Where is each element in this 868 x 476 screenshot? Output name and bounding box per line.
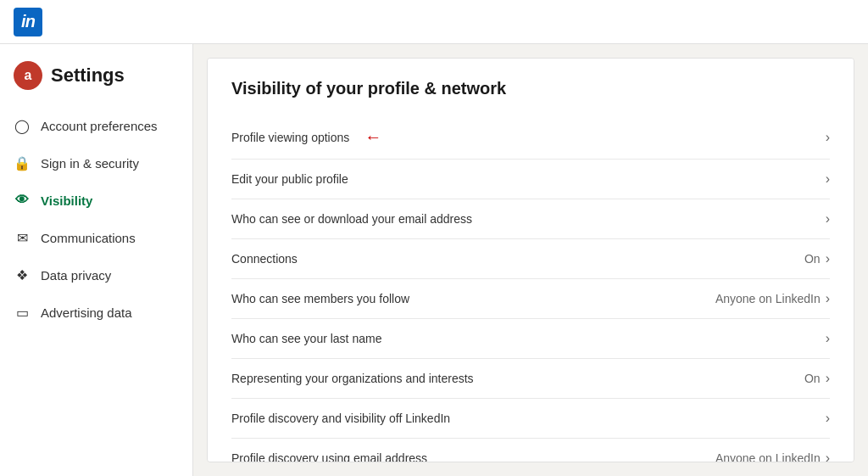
sidebar: a Settings ◯ Account preferences 🔒 Sign …: [0, 44, 193, 476]
sidebar-item-label: Advertising data: [41, 305, 132, 320]
sidebar-item-visibility[interactable]: 👁 Visibility: [0, 182, 192, 219]
menu-item-representing-organizations[interactable]: Representing your organizations and inte…: [231, 359, 830, 399]
menu-item-right: ›: [826, 171, 830, 187]
eye-icon: 👁: [14, 192, 31, 209]
menu-item-label: Connections: [231, 252, 804, 266]
content-panel: Visibility of your profile & network Pro…: [207, 58, 854, 462]
avatar: a: [14, 61, 42, 90]
sidebar-item-label: Communications: [41, 231, 136, 245]
menu-item-profile-viewing-options[interactable]: Profile viewing options ← ›: [231, 115, 830, 160]
menu-item-label: Edit your public profile: [231, 172, 826, 186]
linkedin-logo[interactable]: in: [14, 8, 42, 36]
sidebar-item-label: Data privacy: [41, 268, 111, 283]
menu-item-who-can-see-email[interactable]: Who can see or download your email addre…: [231, 199, 830, 239]
sidebar-item-label: Account preferences: [41, 119, 158, 133]
chevron-right-icon: ›: [826, 451, 830, 462]
chevron-right-icon: ›: [826, 411, 830, 426]
chevron-right-icon: ›: [826, 371, 830, 386]
menu-item-right: ›: [826, 331, 830, 346]
menu-item-right: On ›: [804, 371, 830, 386]
chevron-right-icon: ›: [826, 331, 830, 346]
email-discovery-value: Anyone on LinkedIn: [715, 451, 821, 462]
menu-item-right: Anyone on LinkedIn ›: [715, 451, 830, 462]
menu-item-who-can-see-members[interactable]: Who can see members you follow Anyone on…: [231, 279, 830, 319]
menu-item-label: Profile viewing options ←: [231, 127, 826, 147]
menu-item-right: ›: [826, 130, 830, 145]
sidebar-item-label: Sign in & security: [41, 156, 139, 171]
lock-icon: 🔒: [14, 154, 31, 171]
top-bar: in: [0, 0, 868, 44]
menu-item-label: Who can see members you follow: [231, 292, 715, 305]
sidebar-item-account-preferences[interactable]: ◯ Account preferences: [0, 107, 192, 144]
menu-item-right: ›: [826, 411, 830, 426]
chevron-right-icon: ›: [826, 130, 830, 145]
red-arrow-icon: ←: [364, 127, 381, 147]
members-value: Anyone on LinkedIn: [715, 292, 821, 305]
card-icon: ▭: [14, 304, 31, 321]
menu-item-connections[interactable]: Connections On ›: [231, 239, 830, 279]
sidebar-header: a Settings: [0, 61, 192, 107]
sidebar-item-label: Visibility: [41, 193, 92, 208]
connections-value: On: [804, 252, 821, 266]
menu-item-who-can-see-last-name[interactable]: Who can see your last name ›: [231, 319, 830, 359]
menu-item-label: Profile discovery using email address: [231, 451, 715, 462]
menu-item-right: Anyone on LinkedIn ›: [715, 291, 830, 306]
chevron-right-icon: ›: [826, 171, 830, 187]
sidebar-item-sign-in-security[interactable]: 🔒 Sign in & security: [0, 144, 192, 182]
sidebar-item-data-privacy[interactable]: ❖ Data privacy: [0, 256, 192, 294]
menu-item-right: On ›: [804, 251, 830, 266]
person-icon: ◯: [14, 117, 31, 134]
menu-item-right: ›: [826, 211, 830, 227]
chevron-right-icon: ›: [826, 211, 830, 227]
chevron-right-icon: ›: [826, 291, 830, 306]
sidebar-item-advertising-data[interactable]: ▭ Advertising data: [0, 294, 192, 331]
envelope-icon: ✉: [14, 229, 31, 246]
content-area: Visibility of your profile & network Pro…: [193, 44, 868, 476]
sidebar-title: Settings: [51, 64, 125, 87]
organizations-value: On: [804, 372, 821, 385]
chevron-right-icon: ›: [826, 251, 830, 266]
menu-item-profile-discovery-email[interactable]: Profile discovery using email address An…: [231, 439, 830, 462]
shield-icon: ❖: [14, 266, 31, 283]
menu-item-label: Who can see your last name: [231, 332, 826, 345]
menu-item-profile-discovery-off-linkedin[interactable]: Profile discovery and visibility off Lin…: [231, 399, 830, 439]
sidebar-item-communications[interactable]: ✉ Communications: [0, 219, 192, 256]
panel-title: Visibility of your profile & network: [231, 79, 830, 98]
main-layout: a Settings ◯ Account preferences 🔒 Sign …: [0, 44, 868, 476]
menu-item-edit-public-profile[interactable]: Edit your public profile ›: [231, 160, 830, 199]
menu-item-label: Representing your organizations and inte…: [231, 372, 804, 385]
menu-item-label: Who can see or download your email addre…: [231, 212, 826, 226]
menu-item-label: Profile discovery and visibility off Lin…: [231, 412, 826, 425]
